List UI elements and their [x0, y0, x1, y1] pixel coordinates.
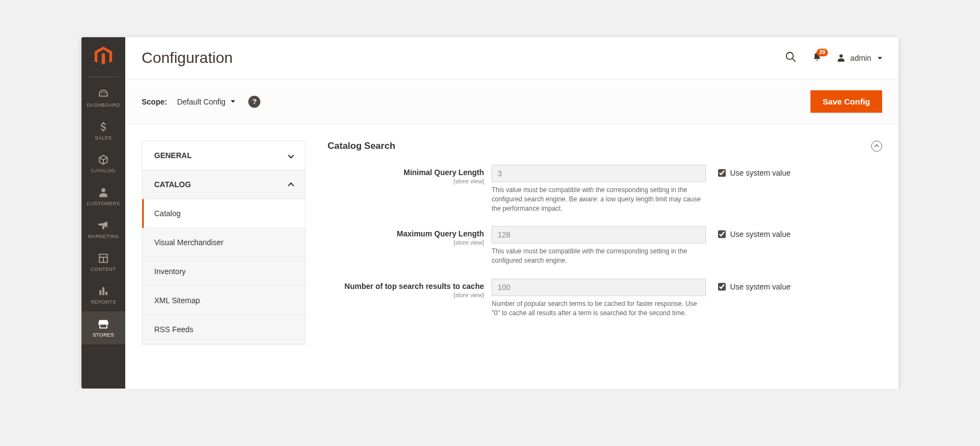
- content: GENERAL CATALOG Catalog Visual Merchandi…: [125, 124, 899, 389]
- field-top-search-results-cache: Number of top search results to cache [s…: [328, 275, 882, 328]
- nav-customers[interactable]: CUSTOMERS: [81, 180, 125, 213]
- notifications-button[interactable]: 39: [812, 52, 822, 64]
- nav-label: REPORTS: [91, 299, 116, 305]
- config-subitem-label: XML Sitemap: [154, 296, 200, 305]
- config-section-catalog[interactable]: CATALOG: [142, 170, 305, 199]
- nav-label: SALES: [95, 135, 112, 141]
- magento-logo-icon: [95, 47, 112, 66]
- nav-label: STORES: [92, 332, 114, 338]
- config-section-label: GENERAL: [154, 151, 191, 160]
- caret-down-icon: [231, 100, 235, 103]
- field-scope-hint: [store view]: [328, 239, 484, 246]
- config-subitem-xml-sitemap[interactable]: XML Sitemap: [142, 286, 305, 315]
- catalog-box-icon: [97, 154, 109, 166]
- use-system-value-checkbox[interactable]: [718, 230, 726, 238]
- chevron-up-icon: [288, 182, 294, 188]
- field-label-text: Minimal Query Length: [328, 168, 484, 177]
- user-menu[interactable]: admin: [836, 53, 882, 63]
- nav-label: DASHBOARD: [87, 102, 120, 108]
- use-system-value-checkbox[interactable]: [718, 169, 726, 177]
- minimal-query-length-input[interactable]: [492, 165, 706, 182]
- use-system-value-wrap: Use system value: [718, 226, 790, 239]
- save-config-button[interactable]: Save Config: [810, 90, 882, 113]
- nav-separator: [88, 77, 119, 77]
- field-note: This value must be compatible with the c…: [492, 186, 706, 213]
- field-input-wrap: This value must be compatible with the c…: [492, 226, 706, 265]
- section-toggle-catalog-search[interactable]: Catalog Search: [328, 141, 882, 161]
- config-section-general[interactable]: GENERAL: [142, 141, 305, 170]
- nav-catalog[interactable]: CATALOG: [81, 147, 125, 180]
- config-subitem-label: RSS Feeds: [154, 325, 194, 334]
- field-label: Maximum Query Length [store view]: [328, 226, 492, 246]
- field-minimal-query-length: Minimal Query Length [store view] This v…: [328, 161, 882, 223]
- nav-content[interactable]: CONTENT: [81, 246, 125, 279]
- use-system-value-checkbox[interactable]: [718, 283, 726, 291]
- stores-icon: [97, 318, 109, 330]
- customers-icon: [97, 187, 109, 199]
- field-label-text: Maximum Query Length: [328, 229, 484, 238]
- dollar-icon: [97, 121, 109, 133]
- config-subitem-rss-feeds[interactable]: RSS Feeds: [142, 315, 305, 344]
- field-maximum-query-length: Maximum Query Length [store view] This v…: [328, 223, 882, 275]
- config-subitem-label: Visual Merchandiser: [154, 238, 224, 247]
- user-icon: [836, 53, 846, 63]
- chevron-up-icon: [874, 144, 879, 149]
- page-header: Configuration 39 admin: [125, 37, 899, 79]
- field-note: This value must be compatible with the c…: [492, 247, 706, 265]
- scope-help-button[interactable]: ?: [248, 96, 260, 108]
- maximum-query-length-input[interactable]: [492, 226, 706, 244]
- marketing-megaphone-icon: [97, 219, 109, 231]
- collapse-button[interactable]: [871, 141, 882, 152]
- config-section-label: CATALOG: [154, 180, 191, 189]
- scope-select[interactable]: Default Config: [177, 97, 236, 106]
- main-content: Configuration 39 admin Scope: Default Co…: [125, 37, 899, 389]
- field-label-text: Number of top search results to cache: [328, 282, 484, 291]
- global-search-button[interactable]: [785, 51, 797, 65]
- page-title: Configuration: [142, 49, 785, 67]
- field-scope-hint: [store view]: [328, 178, 484, 184]
- nav-marketing[interactable]: MARKETING: [81, 213, 125, 246]
- nav-stores[interactable]: STORES: [81, 311, 125, 344]
- caret-down-icon: [878, 57, 882, 60]
- scope-value: Default Config: [177, 97, 226, 106]
- config-nav: GENERAL CATALOG Catalog Visual Merchandi…: [142, 141, 306, 345]
- section-title: Catalog Search: [328, 141, 395, 152]
- search-icon: [785, 51, 797, 63]
- admin-sidebar: DASHBOARD SALES CATALOG CUSTOMERS MARKET…: [81, 37, 125, 389]
- notification-badge: 39: [816, 49, 828, 56]
- field-label: Minimal Query Length [store view]: [328, 165, 492, 184]
- nav-dashboard[interactable]: DASHBOARD: [81, 82, 125, 114]
- dashboard-icon: [97, 88, 109, 100]
- config-subitem-catalog[interactable]: Catalog: [142, 199, 305, 228]
- top-search-results-cache-input[interactable]: [492, 279, 706, 296]
- config-subitem-label: Inventory: [154, 267, 186, 276]
- nav-sales[interactable]: SALES: [81, 114, 125, 147]
- reports-chart-icon: [97, 285, 109, 297]
- use-system-value-label: Use system value: [730, 230, 790, 239]
- nav-label: CONTENT: [91, 267, 116, 272]
- logo[interactable]: [81, 37, 125, 76]
- form-area: Catalog Search Minimal Query Length [sto…: [328, 141, 882, 389]
- app-window: DASHBOARD SALES CATALOG CUSTOMERS MARKET…: [81, 37, 899, 389]
- nav-label: CATALOG: [91, 168, 115, 173]
- nav-label: CUSTOMERS: [87, 201, 120, 206]
- chevron-down-icon: [288, 152, 294, 158]
- content-layout-icon: [97, 252, 109, 264]
- use-system-value-wrap: Use system value: [718, 279, 790, 291]
- field-input-wrap: Number of popular search terms to be cac…: [492, 279, 706, 318]
- nav-label: MARKETING: [88, 234, 119, 239]
- field-input-wrap: This value must be compatible with the c…: [492, 165, 706, 213]
- config-subitem-label: Catalog: [154, 209, 180, 218]
- use-system-value-wrap: Use system value: [718, 165, 790, 177]
- config-subitem-visual-merchandiser[interactable]: Visual Merchandiser: [142, 228, 305, 257]
- config-subitem-inventory[interactable]: Inventory: [142, 257, 305, 286]
- use-system-value-label: Use system value: [730, 282, 790, 291]
- field-label: Number of top search results to cache [s…: [328, 279, 492, 298]
- use-system-value-label: Use system value: [730, 169, 790, 177]
- scope-bar: Scope: Default Config ? Save Config: [125, 79, 899, 124]
- field-scope-hint: [store view]: [328, 292, 484, 298]
- nav-reports[interactable]: REPORTS: [81, 279, 125, 311]
- user-name: admin: [850, 54, 871, 62]
- field-note: Number of popular search terms to be cac…: [492, 299, 706, 318]
- scope-label: Scope:: [142, 97, 167, 106]
